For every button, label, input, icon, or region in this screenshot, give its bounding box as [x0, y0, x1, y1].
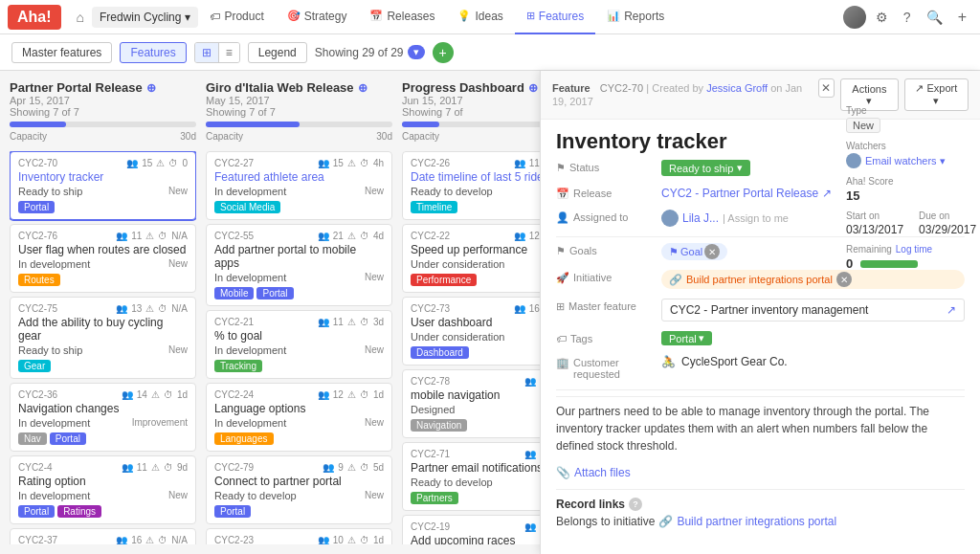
- nav-item-releases[interactable]: 📅 Releases: [358, 0, 446, 34]
- card-team-icon: 👥: [514, 231, 525, 241]
- feature-card[interactable]: CYC2-76 👥 11 ⚠ ⏱ N/A User flag when rout…: [10, 224, 196, 293]
- status-badge[interactable]: Ready to ship ▾: [661, 160, 750, 176]
- log-time-link[interactable]: Log time: [896, 244, 932, 255]
- feature-card[interactable]: CYC2-75 👥 13 ⚠ ⏱ N/A Add the ability to …: [10, 297, 196, 379]
- releases-icon: 📅: [369, 10, 383, 22]
- card-id: CYC2-22: [411, 231, 450, 241]
- card-time-icon: ⏱: [360, 231, 369, 241]
- card-id: CYC2-70: [18, 158, 57, 168]
- card-team-icon: 👥: [524, 376, 536, 387]
- record-link-value[interactable]: Build partner integrations portal: [677, 515, 836, 528]
- customer-name: CycleSport Gear Co.: [681, 355, 788, 368]
- assign-to-me[interactable]: | Assign to me: [723, 212, 789, 224]
- card-meta-right: 👥 12 ⚠ ⏱ 1d: [318, 389, 384, 400]
- divider-2: [556, 389, 965, 390]
- features-button[interactable]: Features: [120, 42, 186, 63]
- showing-label: Showing 29 of 29: [315, 46, 404, 59]
- feature-card[interactable]: CYC2-21 👥 11 ⚠ ⏱ 3d % to goal In develop…: [206, 310, 392, 379]
- card-type: New: [168, 186, 188, 197]
- remove-goal-button[interactable]: ✕: [704, 244, 720, 259]
- card-tag: Dashboard: [411, 346, 469, 359]
- feature-card[interactable]: CYC2-4 👥 11 ⚠ ⏱ 9d Rating option In deve…: [10, 455, 196, 524]
- card-id: CYC2-19: [411, 521, 450, 532]
- legend-button[interactable]: Legend: [248, 42, 307, 63]
- master-feature-link-icon[interactable]: ↗: [947, 303, 956, 317]
- card-bottom: Ready to develop New: [214, 490, 384, 501]
- detail-close-button[interactable]: ✕: [818, 78, 835, 98]
- card-time-icon: ⏱: [164, 389, 173, 400]
- card-team-icon: 👥: [318, 535, 329, 544]
- ideas-icon: 💡: [457, 10, 471, 22]
- board-view-button[interactable]: ⊞: [195, 43, 219, 62]
- start-on-value[interactable]: 03/13/2017: [846, 223, 903, 236]
- card-team-icon: 👥: [514, 158, 525, 168]
- feature-card[interactable]: CYC2-70 👥 15 ⚠ ⏱ 0 Inventory tracker Rea…: [10, 151, 196, 220]
- card-tags: Languages: [214, 432, 384, 445]
- nav-item-product-label: Product: [224, 10, 263, 23]
- feature-card[interactable]: CYC2-23 👥 10 ⚠ ⏱ 1d Payments systems int…: [206, 528, 392, 544]
- card-meta-right: 👥 21 ⚠ ⏱ 4d: [318, 231, 384, 241]
- goal-tag[interactable]: ⚑ Goal ✕: [661, 243, 727, 260]
- portal-tag[interactable]: Portal ▾: [661, 331, 712, 345]
- home-icon-button[interactable]: ⌂: [69, 6, 92, 29]
- due-on-value[interactable]: 03/29/2017: [919, 223, 976, 236]
- col-capacity: Capacity 30d: [10, 131, 196, 142]
- initiative-label: 🚀 Initiative: [556, 270, 661, 289]
- card-tag: Routes: [18, 274, 60, 286]
- master-feature-icon: ⊞: [556, 300, 565, 313]
- logo-button[interactable]: Aha!: [8, 5, 61, 30]
- card-tag: Nav: [18, 432, 47, 445]
- card-tag: Portal: [18, 201, 55, 213]
- release-external-icon: ↗: [822, 187, 832, 200]
- card-tag: Languages: [214, 432, 274, 445]
- nav-item-ideas[interactable]: 💡 Ideas: [446, 0, 514, 34]
- feature-card[interactable]: CYC2-27 👥 15 ⚠ ⏱ 4h Featured athlete are…: [206, 151, 392, 220]
- kanban-column-col1: Partner Portal Release ⊕ Apr 15, 2017 Sh…: [10, 80, 196, 544]
- card-tag: Portal: [18, 505, 55, 518]
- card-time: 5d: [373, 462, 384, 473]
- feature-card[interactable]: CYC2-36 👥 14 ⚠ ⏱ 1d Navigation changes I…: [10, 383, 196, 452]
- type-label: Type: [846, 105, 970, 116]
- feature-card[interactable]: CYC2-79 👥 9 ⚠ ⏱ 5d Connect to partner po…: [206, 455, 392, 524]
- assignee-name[interactable]: Lila J...: [682, 211, 719, 225]
- attach-files-link[interactable]: 📎 Attach files: [556, 466, 965, 479]
- col-add-icon[interactable]: ⊕: [358, 81, 368, 95]
- search-button[interactable]: 🔍: [921, 6, 948, 29]
- remove-initiative-button[interactable]: ✕: [836, 272, 852, 287]
- user-avatar[interactable]: [843, 6, 866, 29]
- record-links-help-icon: ?: [629, 498, 642, 511]
- settings-button[interactable]: ⚙: [870, 6, 894, 29]
- nav-item-product[interactable]: 🏷 Product: [198, 0, 275, 34]
- col-add-icon[interactable]: ⊕: [146, 81, 156, 95]
- customer-icon: 🏢: [556, 357, 569, 369]
- workspace-selector[interactable]: Fredwin Cycling ▾: [92, 7, 198, 28]
- card-warn-icon: ⚠: [145, 231, 154, 241]
- email-watchers-link[interactable]: Email watchers ▾: [865, 155, 946, 167]
- card-tags: Portal: [214, 505, 384, 518]
- card-tags: Gear: [18, 360, 188, 372]
- col-add-icon[interactable]: ⊕: [528, 81, 538, 95]
- due-date: Due on 03/29/2017: [919, 211, 976, 236]
- card-title: % to goal: [214, 329, 384, 343]
- add-feature-button[interactable]: +: [433, 42, 454, 63]
- nav-item-features[interactable]: ⊞ Features: [515, 0, 595, 34]
- reports-icon: 📊: [607, 10, 620, 22]
- card-title: Featured athlete area: [214, 170, 384, 184]
- card-type: New: [365, 344, 384, 356]
- card-bottom: In development New: [214, 417, 384, 429]
- card-time: 9d: [177, 462, 188, 473]
- master-features-button[interactable]: Master features: [11, 42, 112, 63]
- initiative-tag[interactable]: 🔗 Build partner integrations portal ✕: [661, 270, 965, 289]
- feature-card[interactable]: CYC2-24 👥 12 ⚠ ⏱ 1d Language options In …: [206, 383, 392, 452]
- card-id: CYC2-4: [18, 462, 53, 473]
- card-meta: CYC2-76 👥 11 ⚠ ⏱ N/A: [18, 231, 188, 241]
- list-view-button[interactable]: ≡: [219, 43, 239, 62]
- nav-item-reports[interactable]: 📊 Reports: [595, 0, 676, 34]
- feature-card[interactable]: CYC2-55 👥 21 ⚠ ⏱ 4d Add partner portal t…: [206, 224, 392, 306]
- feature-card[interactable]: CYC2-37 👥 16 ⚠ ⏱ N/A Show friends nearby…: [10, 528, 196, 544]
- nav-item-strategy[interactable]: 🎯 Strategy: [276, 0, 359, 34]
- add-button[interactable]: +: [952, 5, 972, 30]
- help-button[interactable]: ?: [898, 6, 917, 29]
- card-tag: Portal: [214, 505, 251, 518]
- score-value: 15: [846, 188, 859, 203]
